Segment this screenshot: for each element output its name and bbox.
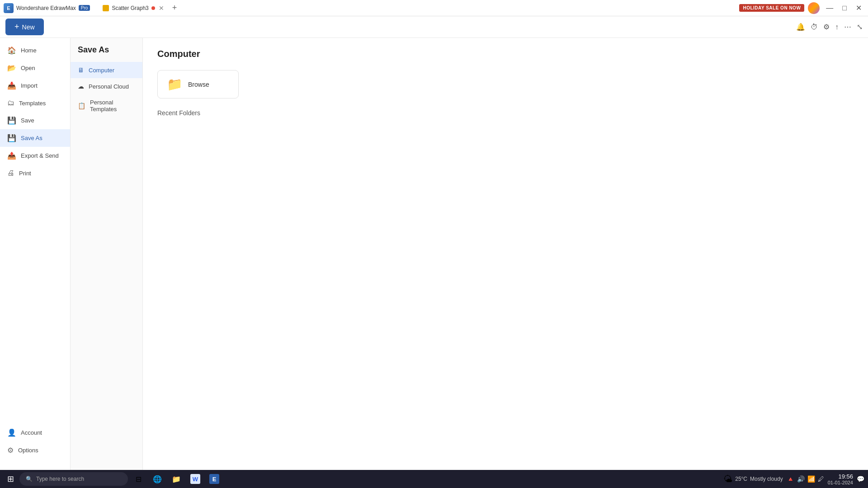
- sidebar-item-templates[interactable]: 🗂 Templates: [0, 94, 70, 112]
- sidebar-item-open[interactable]: 📂 Open: [0, 59, 70, 77]
- settings-icon[interactable]: ⚙: [823, 23, 830, 31]
- taskbar-tray: 🔺 🔊 📶 🖊: [787, 475, 824, 483]
- middle-personal-templates-label: Personal Templates: [90, 99, 135, 113]
- clock-date: 01-01-2024: [828, 480, 853, 485]
- browse-card[interactable]: 📁 Browse: [157, 70, 239, 99]
- middle-item-personal-templates[interactable]: 📋 Personal Templates: [71, 94, 142, 117]
- holiday-sale-button[interactable]: HOLIDAY SALE ON NOW: [739, 4, 804, 12]
- taskbar-clock: 19:56 01-01-2024: [828, 473, 853, 485]
- options-icon: ⚙: [7, 446, 14, 455]
- share-icon[interactable]: ↑: [835, 23, 839, 31]
- sidebar-print-label: Print: [19, 170, 31, 177]
- toolbar-icons: 🔔 ⏱ ⚙ ↑ ⋯ ⤡: [796, 23, 863, 31]
- sidebar-account-label: Account: [21, 429, 42, 436]
- taskbar-search[interactable]: 🔍 Type here to search: [19, 472, 128, 486]
- weather-condition: Mostly cloudy: [750, 476, 783, 482]
- browse-label: Browse: [188, 81, 209, 88]
- weather-temp: 25°C: [735, 476, 747, 482]
- save-as-icon: 💾: [7, 134, 16, 142]
- templates-icon: 🗂: [7, 99, 14, 107]
- middle-panel: Save As 🖥 Computer ☁ Personal Cloud 📋 Pe…: [71, 38, 143, 470]
- recent-folders-label: Recent Folders: [157, 109, 854, 117]
- sidebar-item-options[interactable]: ⚙ Options: [0, 441, 70, 459]
- clock-icon[interactable]: ⏱: [811, 23, 818, 31]
- taskview-icon: ⊟: [133, 474, 143, 484]
- tab-file-icon: [103, 5, 109, 11]
- tab-close-button[interactable]: ✕: [159, 5, 164, 12]
- more-icon[interactable]: ⋯: [844, 23, 851, 31]
- app-logo: E Wondershare EdrawMax Pro: [4, 3, 90, 13]
- sidebar-home-label: Home: [21, 47, 37, 54]
- sidebar-spacer: [0, 182, 70, 424]
- tab-scatter-graph[interactable]: Scatter Graph3 ✕: [97, 1, 169, 15]
- start-button[interactable]: ⊞: [4, 472, 18, 486]
- app-name: Wondershare EdrawMax: [16, 5, 76, 11]
- sidebar-export-label: Export & Send: [21, 152, 59, 159]
- sidebar: 🏠 Home 📂 Open 📥 Import 🗂 Templates 💾 Sav…: [0, 38, 71, 470]
- zoom-icon[interactable]: ⤡: [857, 23, 863, 31]
- new-tab-button[interactable]: +: [170, 3, 179, 13]
- tray-notification-icon[interactable]: 🔺: [787, 475, 794, 483]
- new-button[interactable]: + New: [5, 19, 44, 35]
- tab-unsaved-dot: [151, 6, 155, 10]
- search-icon: 🔍: [26, 476, 33, 482]
- tray-network-icon[interactable]: 📶: [807, 475, 815, 483]
- search-placeholder: Type here to search: [36, 476, 84, 482]
- taskbar-left: ⊞ 🔍 Type here to search ⊟ 🌐 📁 W E: [4, 472, 223, 486]
- sidebar-item-account[interactable]: 👤 Account: [0, 424, 70, 441]
- export-icon: 📤: [7, 151, 16, 160]
- chrome-icon: 🌐: [152, 474, 162, 484]
- taskbar-app-word[interactable]: W: [187, 473, 204, 485]
- middle-panel-title: Save As: [71, 45, 142, 62]
- sidebar-templates-label: Templates: [19, 100, 46, 107]
- app-icon: E: [4, 3, 14, 13]
- sidebar-item-save-as[interactable]: 💾 Save As: [0, 129, 70, 147]
- word-icon: W: [190, 474, 200, 484]
- taskbar-app-chrome[interactable]: 🌐: [149, 473, 166, 485]
- tray-pen-icon[interactable]: 🖊: [818, 475, 824, 483]
- titlebar: E Wondershare EdrawMax Pro Scatter Graph…: [0, 0, 868, 16]
- titlebar-actions: HOLIDAY SALE ON NOW — □ ✕: [739, 2, 864, 14]
- open-icon: 📂: [7, 64, 16, 72]
- new-plus-icon: +: [14, 22, 19, 32]
- account-icon: 👤: [7, 428, 16, 437]
- sidebar-item-save[interactable]: 💾 Save: [0, 112, 70, 129]
- taskbar-weather: 🌤 25°C Mostly cloudy: [723, 474, 783, 484]
- sidebar-item-home[interactable]: 🏠 Home: [0, 42, 70, 59]
- tab-label: Scatter Graph3: [112, 5, 148, 11]
- maximize-button[interactable]: □: [840, 4, 849, 12]
- sidebar-import-label: Import: [21, 82, 38, 89]
- avatar[interactable]: [808, 2, 820, 14]
- folder-icon: 📁: [167, 77, 183, 92]
- taskbar-notification-button[interactable]: 💬: [857, 475, 864, 483]
- sidebar-save-as-label: Save As: [21, 135, 42, 141]
- weather-icon: 🌤: [723, 474, 732, 484]
- tab-bar: Scatter Graph3 ✕ +: [97, 1, 739, 15]
- close-button[interactable]: ✕: [853, 4, 864, 12]
- clock-time: 19:56: [828, 473, 853, 480]
- computer-icon: 🖥: [78, 66, 84, 74]
- middle-computer-label: Computer: [89, 67, 114, 74]
- sidebar-item-export-send[interactable]: 📤 Export & Send: [0, 147, 70, 164]
- print-icon: 🖨: [7, 169, 14, 177]
- content-title: Computer: [157, 49, 854, 59]
- taskbar-app-taskview[interactable]: ⊟: [130, 473, 147, 485]
- bell-icon[interactable]: 🔔: [796, 23, 805, 31]
- sidebar-options-label: Options: [18, 447, 38, 454]
- sidebar-item-import[interactable]: 📥 Import: [0, 77, 70, 94]
- pro-badge: Pro: [79, 5, 90, 11]
- tray-volume-icon[interactable]: 🔊: [797, 475, 805, 483]
- minimize-button[interactable]: —: [823, 4, 836, 12]
- files-icon: 📁: [171, 474, 181, 484]
- middle-item-computer[interactable]: 🖥 Computer: [71, 62, 142, 78]
- new-label: New: [22, 23, 35, 31]
- middle-item-personal-cloud[interactable]: ☁ Personal Cloud: [71, 78, 142, 94]
- content-area: Computer 📁 Browse Recent Folders: [143, 38, 868, 470]
- taskbar-app-files[interactable]: 📁: [168, 473, 185, 485]
- sidebar-item-print[interactable]: 🖨 Print: [0, 164, 70, 182]
- main-layout: 🏠 Home 📂 Open 📥 Import 🗂 Templates 💾 Sav…: [0, 38, 868, 470]
- toolbar: + New 🔔 ⏱ ⚙ ↑ ⋯ ⤡: [0, 16, 868, 38]
- cloud-icon: ☁: [78, 83, 84, 90]
- taskbar-app-edraw[interactable]: E: [206, 473, 223, 485]
- taskbar-right: 🌤 25°C Mostly cloudy 🔺 🔊 📶 🖊 19:56 01-01…: [723, 473, 864, 485]
